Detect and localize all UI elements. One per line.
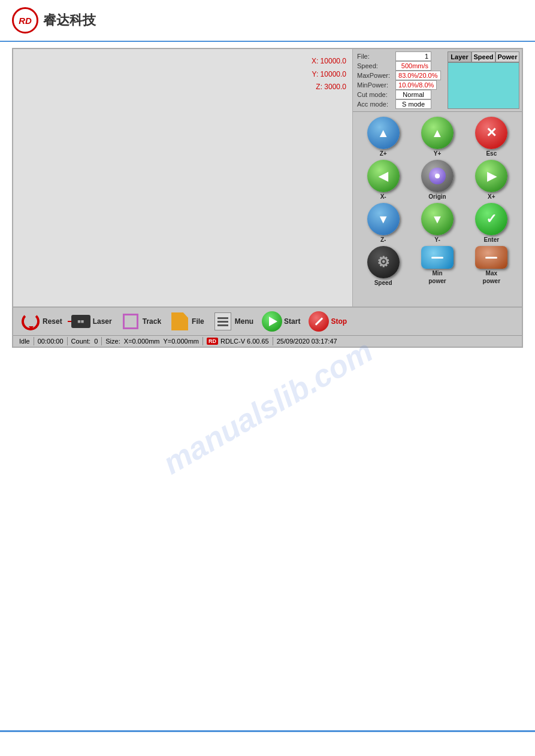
- origin-button[interactable]: Origin: [412, 160, 463, 200]
- status-size: Size: X=0.000mm Y=0.000mm: [102, 337, 203, 345]
- speed-gear-icon: ⚙: [377, 254, 390, 271]
- stop-icon: [309, 311, 329, 332]
- accmode-value[interactable]: S mode: [395, 99, 431, 109]
- main-panel: X: 10000.0 Y: 10000.0 Z: 3000.0 File: 1: [12, 48, 523, 348]
- reset-spin-icon: [22, 312, 40, 330]
- yminus-button[interactable]: ▼ Y-: [412, 203, 463, 243]
- file-row: File: 1: [355, 51, 445, 61]
- status-state: Idle: [16, 337, 34, 345]
- menu-label: Menu: [235, 317, 253, 326]
- track-button[interactable]: Track: [117, 310, 165, 333]
- maxpower-value[interactable]: 83.0%/20.0%: [395, 71, 440, 80]
- bottom-toolbar: Reset ■■ Laser Track File: [13, 306, 522, 335]
- esc-circle: ✕: [475, 117, 507, 149]
- maxpower-label: MaxPower:: [355, 71, 395, 80]
- minpower-row: MinPower: 10.0%/8.0%: [355, 80, 445, 90]
- yplus-button[interactable]: ▲ Y+: [412, 117, 463, 157]
- xplus-button[interactable]: ▶ X+: [466, 160, 517, 200]
- laser-icon: ■■: [71, 311, 91, 332]
- y-coord: Y: 10000.0: [312, 68, 346, 81]
- status-datetime: 25/09/2020 03:17:47: [273, 337, 341, 345]
- tab-speed[interactable]: Speed: [471, 51, 495, 62]
- enter-button[interactable]: ✓ Enter: [466, 203, 517, 243]
- yplus-label: Y+: [434, 150, 442, 157]
- xplus-circle: ▶: [475, 160, 507, 192]
- menu-line-1: [217, 317, 228, 319]
- minpower-button[interactable]: Min power: [412, 246, 463, 286]
- file-value[interactable]: 1: [395, 51, 431, 61]
- xminus-arrow: ◀: [379, 169, 388, 183]
- rd-badge: RD: [207, 338, 218, 345]
- file-folder-icon: [171, 312, 188, 330]
- count-label: Count:: [71, 338, 90, 345]
- zplus-label: Z+: [380, 150, 387, 157]
- stop-button[interactable]: Stop: [305, 310, 350, 333]
- enter-circle: ✓: [475, 203, 507, 235]
- esc-x: ✕: [486, 125, 497, 141]
- tab-power[interactable]: Power: [495, 51, 519, 62]
- minpower-label: Min: [432, 270, 442, 277]
- x-coord: X: 10000.0: [312, 55, 346, 68]
- tab-layer[interactable]: Layer: [448, 51, 471, 62]
- xplus-label: X+: [488, 193, 495, 200]
- speed-label: Speed:: [355, 61, 395, 71]
- yminus-arrow: ▼: [431, 212, 443, 226]
- zplus-arrow: ▲: [377, 126, 389, 140]
- laser-button[interactable]: ■■ Laser: [67, 310, 116, 333]
- status-time: 00:00:00: [34, 337, 68, 345]
- zminus-button[interactable]: ▼ Z-: [358, 203, 409, 243]
- esc-label: Esc: [486, 150, 497, 157]
- layer-tab-block: Layer Speed Power: [448, 51, 519, 109]
- esc-button[interactable]: ✕ Esc: [466, 117, 517, 157]
- info-tabs-section: File: 1 Speed: 500mm/s MaxPower: 83.0%/2…: [353, 49, 522, 112]
- zplus-circle: ▲: [367, 117, 400, 149]
- stop-circle: [309, 311, 329, 332]
- play-triangle: [269, 317, 277, 326]
- track-icon: [120, 311, 141, 332]
- status-count: Count: 0: [68, 337, 102, 345]
- info-block: File: 1 Speed: 500mm/s MaxPower: 83.0%/2…: [355, 51, 445, 109]
- start-icon: [262, 311, 282, 332]
- xminus-button[interactable]: ◀ X-: [358, 160, 409, 200]
- maxpower-line: [485, 257, 497, 259]
- logo-rd: RD: [19, 16, 32, 26]
- play-circle: [262, 311, 282, 332]
- maxpower-button[interactable]: Max power: [466, 246, 517, 286]
- menu-icon: [213, 311, 233, 332]
- cutmode-value[interactable]: Normal: [395, 90, 431, 99]
- logo: RD 睿达科技: [12, 7, 96, 34]
- menu-line-2: [217, 321, 228, 323]
- minpower-value[interactable]: 10.0%/8.0%: [395, 80, 437, 90]
- status-version-block: RD RDLC-V 6.00.65: [203, 337, 273, 345]
- status-bar: Idle 00:00:00 Count: 0 Size: X=0.000mm Y…: [13, 335, 522, 347]
- speed-value[interactable]: 500mm/s: [395, 61, 431, 71]
- header: RD 睿达科技: [0, 0, 535, 42]
- stop-label: Stop: [331, 317, 347, 326]
- origin-circle: [421, 160, 454, 192]
- file-button[interactable]: File: [166, 310, 208, 333]
- accmode-label: Acc mode:: [355, 99, 395, 109]
- maxpower-row: MaxPower: 83.0%/20.0%: [355, 71, 445, 80]
- zplus-button[interactable]: ▲ Z+: [358, 117, 409, 157]
- yminus-label: Y-: [434, 236, 440, 243]
- version-text: RDLC-V 6.00.65: [220, 338, 269, 345]
- start-button[interactable]: Start: [258, 310, 304, 333]
- menu-button[interactable]: Menu: [209, 310, 257, 333]
- file-label: File: [192, 317, 204, 326]
- yplus-circle: ▲: [421, 117, 454, 149]
- size-label: Size:: [105, 338, 120, 345]
- top-row: X: 10000.0 Y: 10000.0 Z: 3000.0 File: 1: [13, 49, 522, 306]
- controls-grid: ▲ Z+ ▲ Y+ ✕ Esc: [353, 112, 522, 291]
- watermark: manualslib.com: [156, 333, 378, 481]
- origin-inner: [429, 168, 446, 184]
- speed-button[interactable]: ⚙ Speed: [358, 246, 409, 286]
- reset-button[interactable]: Reset: [17, 310, 66, 333]
- minpower-icon: [421, 246, 454, 269]
- x-size: X=0.000mm: [124, 338, 160, 345]
- reset-label: Reset: [43, 317, 62, 326]
- minpower-line: [431, 257, 443, 259]
- zminus-circle: ▼: [367, 203, 400, 235]
- speed-label: Speed: [374, 280, 392, 286]
- laser-wrap: ■■: [71, 315, 90, 328]
- file-label: File:: [355, 51, 395, 61]
